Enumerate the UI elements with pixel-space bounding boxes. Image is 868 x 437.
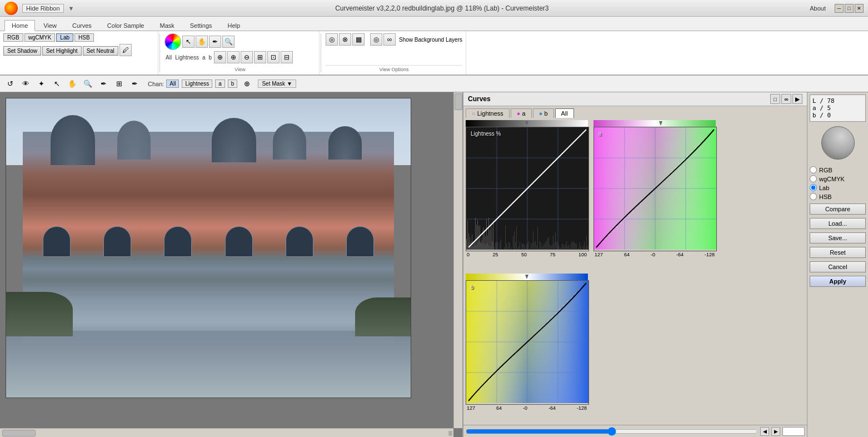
curves-tab-b[interactable]: ● b	[533, 108, 554, 118]
close-button[interactable]: ✕	[855, 4, 864, 13]
curves-grids: Lightness % 0 25 50 75 100	[463, 118, 807, 425]
radio-lab[interactable]: Lab	[810, 184, 866, 191]
titlebar: Hide Ribbon ▼ Curvemeister v3,2,2,0 redb…	[0, 0, 868, 17]
zoom-left-button[interactable]: ◀	[760, 427, 769, 436]
tab-help[interactable]: Help	[221, 20, 248, 31]
view-mode-icon[interactable]: ▦	[352, 33, 365, 46]
b-canvas[interactable]	[466, 281, 588, 403]
curves-tab-a[interactable]: ● a	[511, 108, 532, 118]
radio-wgcmyk[interactable]: wgCMYK	[810, 175, 866, 182]
toolbar-transform-button[interactable]: ↺	[3, 77, 17, 91]
zoom-slider[interactable]	[466, 429, 758, 434]
tab-view[interactable]: View	[36, 20, 64, 31]
vertical-scrollbar[interactable]	[453, 92, 462, 428]
apply-button[interactable]: Apply	[810, 276, 866, 287]
hand-tool-button[interactable]: ✋	[196, 36, 208, 48]
b-tick-64: 64	[496, 405, 502, 411]
zoom-tool-button[interactable]: 🔍	[222, 36, 235, 48]
dropdown-arrow: ▼	[68, 5, 74, 12]
color-tab-hsb[interactable]: HSB	[74, 33, 94, 42]
tab-mask[interactable]: Mask	[152, 20, 181, 31]
ribbon: RGB wgCMYK Lab HSB Set Shadow Set Highli…	[0, 31, 868, 76]
radio-wgcmyk-input[interactable]	[810, 175, 817, 182]
b-grad-header	[466, 274, 588, 280]
compare-button[interactable]: Compare	[810, 203, 866, 215]
color-tab-lab[interactable]: Lab	[56, 33, 73, 42]
toolbar-select-button[interactable]: ↖	[50, 77, 63, 91]
load-button[interactable]: Load...	[810, 218, 866, 229]
b-label: b	[208, 54, 213, 61]
eyedropper-button[interactable]: 🖊	[119, 44, 132, 56]
toolbar-clone-button[interactable]: ⊞	[112, 77, 126, 91]
about-link[interactable]: About	[810, 5, 826, 12]
maximize-button[interactable]: □	[845, 4, 854, 13]
zoom-fit2-button[interactable]: ⊟	[281, 51, 293, 63]
vscroll-thumb[interactable]	[455, 93, 462, 110]
mask-view-icon[interactable]: ⊗	[339, 33, 351, 46]
show-bg-layers-icon[interactable]: ◎	[370, 33, 382, 46]
toolbar-eye-button[interactable]: 👁	[19, 77, 32, 91]
arch-window-4	[225, 226, 253, 257]
zoom-in-button[interactable]: ⊕	[227, 51, 240, 63]
chan-tab-lightness[interactable]: Lightness	[182, 80, 212, 88]
image-area[interactable]: |||	[0, 92, 462, 437]
set-mask-button[interactable]: Set Mask ▼	[258, 80, 296, 88]
curves-new-button[interactable]: □	[770, 94, 780, 104]
link-button[interactable]: ⊕	[214, 51, 226, 63]
zoom-value[interactable]: 1.50	[782, 427, 805, 436]
set-shadow-button[interactable]: Set Shadow	[3, 46, 41, 56]
set-highlight-button[interactable]: Set Highlight	[42, 46, 82, 56]
a-canvas[interactable]	[594, 127, 716, 250]
horizontal-scrollbar[interactable]: |||	[0, 428, 453, 437]
zoom-out-button[interactable]: ⊖	[241, 51, 253, 63]
a-curve-box: a	[593, 127, 717, 251]
hide-ribbon-button[interactable]: Hide Ribbon	[22, 4, 64, 13]
a-readout: a / 5	[812, 105, 863, 112]
color-tab-wgcmyk[interactable]: wgCMYK	[24, 33, 56, 42]
zoom-100-button[interactable]: ⊡	[267, 51, 280, 63]
show-bg-icon[interactable]: ◎	[326, 33, 338, 46]
reset-button[interactable]: Reset	[810, 247, 866, 258]
radio-hsb-input[interactable]	[810, 193, 817, 200]
curves-tab-lightness[interactable]: ○ Lightness	[466, 108, 510, 118]
dome-1	[51, 115, 95, 165]
fit-button[interactable]: ⊞	[254, 51, 266, 63]
tab-home[interactable]: Home	[4, 20, 35, 31]
toolbar-dropper2-button[interactable]: ✒	[128, 77, 141, 91]
tab-color-sample[interactable]: Color Sample	[100, 20, 152, 31]
link-layers-icon[interactable]: ∞	[383, 33, 396, 46]
toolbar-chain-button[interactable]: ⊕	[240, 77, 253, 91]
lightness-canvas[interactable]	[466, 127, 588, 250]
zoom-right-button[interactable]: ▶	[771, 427, 780, 436]
radio-hsb[interactable]: HSB	[810, 193, 866, 200]
curves-arrow-button[interactable]: ▶	[792, 94, 802, 104]
tab-settings[interactable]: Settings	[183, 20, 220, 31]
toolbar-zoom-button[interactable]: 🔍	[81, 77, 94, 91]
curves-link-button[interactable]: ∞	[781, 94, 791, 104]
radio-rgb[interactable]: RGB	[810, 166, 866, 173]
chan-tab-b[interactable]: b	[228, 80, 238, 88]
ribbon-separator-1	[159, 33, 160, 72]
toolbar: ↺ 👁 ✦ ↖ ✋ 🔍 ✒ ⊞ ✒ Chan: All Lightness a …	[0, 76, 868, 92]
minimize-button[interactable]: ─	[835, 4, 844, 13]
color-tab-rgb[interactable]: RGB	[3, 33, 23, 42]
select-tool-button[interactable]: ↖	[182, 36, 194, 48]
color-wheel-button[interactable]	[164, 33, 181, 50]
cancel-button[interactable]: Cancel	[810, 261, 866, 272]
toolbar-dropper-button[interactable]: ✒	[97, 77, 110, 91]
chan-tab-all[interactable]: All	[166, 80, 179, 88]
sample-tool-button[interactable]: ✒	[209, 36, 221, 48]
radio-lab-input[interactable]	[810, 184, 817, 191]
save-button[interactable]: Save...	[810, 232, 866, 244]
toolbar-points-button[interactable]: ✦	[34, 77, 48, 91]
radio-rgb-input[interactable]	[810, 166, 817, 173]
hscroll-thumb[interactable]	[2, 430, 36, 436]
curves-tab-all[interactable]: All	[555, 108, 574, 118]
set-neutral-button[interactable]: Set Neutral	[83, 46, 118, 56]
arch-window-5	[286, 226, 313, 257]
a-tick-64: 64	[624, 252, 630, 257]
tab-curves[interactable]: Curves	[65, 20, 99, 31]
chan-tab-a[interactable]: a	[215, 80, 225, 88]
toolbar-hand-button[interactable]: ✋	[66, 77, 79, 91]
image-canvas[interactable]	[6, 98, 411, 398]
